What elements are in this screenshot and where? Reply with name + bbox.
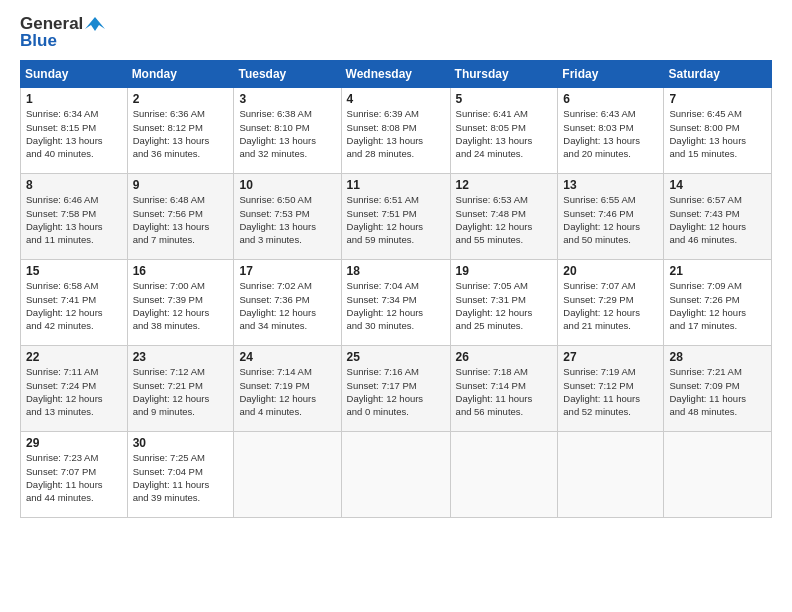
day-number: 25 — [347, 350, 445, 364]
calendar-cell: 19Sunrise: 7:05 AM Sunset: 7:31 PM Dayli… — [450, 260, 558, 346]
day-number: 10 — [239, 178, 335, 192]
day-number: 26 — [456, 350, 553, 364]
calendar-cell: 1Sunrise: 6:34 AM Sunset: 8:15 PM Daylig… — [21, 88, 128, 174]
day-number: 30 — [133, 436, 229, 450]
day-number: 19 — [456, 264, 553, 278]
calendar-cell: 2Sunrise: 6:36 AM Sunset: 8:12 PM Daylig… — [127, 88, 234, 174]
logo: General Blue — [20, 15, 105, 50]
day-info: Sunrise: 7:11 AM Sunset: 7:24 PM Dayligh… — [26, 365, 122, 418]
day-number: 14 — [669, 178, 766, 192]
weekday-header-wednesday: Wednesday — [341, 61, 450, 88]
day-info: Sunrise: 7:16 AM Sunset: 7:17 PM Dayligh… — [347, 365, 445, 418]
calendar-week-3: 15Sunrise: 6:58 AM Sunset: 7:41 PM Dayli… — [21, 260, 772, 346]
calendar-cell: 26Sunrise: 7:18 AM Sunset: 7:14 PM Dayli… — [450, 346, 558, 432]
calendar-cell: 25Sunrise: 7:16 AM Sunset: 7:17 PM Dayli… — [341, 346, 450, 432]
day-number: 11 — [347, 178, 445, 192]
day-info: Sunrise: 6:51 AM Sunset: 7:51 PM Dayligh… — [347, 193, 445, 246]
day-info: Sunrise: 7:19 AM Sunset: 7:12 PM Dayligh… — [563, 365, 658, 418]
day-info: Sunrise: 6:36 AM Sunset: 8:12 PM Dayligh… — [133, 107, 229, 160]
calendar-week-4: 22Sunrise: 7:11 AM Sunset: 7:24 PM Dayli… — [21, 346, 772, 432]
weekday-header-friday: Friday — [558, 61, 664, 88]
logo-bird-icon — [85, 15, 105, 33]
day-info: Sunrise: 6:39 AM Sunset: 8:08 PM Dayligh… — [347, 107, 445, 160]
calendar-cell: 17Sunrise: 7:02 AM Sunset: 7:36 PM Dayli… — [234, 260, 341, 346]
weekday-header-tuesday: Tuesday — [234, 61, 341, 88]
calendar-cell: 15Sunrise: 6:58 AM Sunset: 7:41 PM Dayli… — [21, 260, 128, 346]
day-info: Sunrise: 6:34 AM Sunset: 8:15 PM Dayligh… — [26, 107, 122, 160]
day-number: 22 — [26, 350, 122, 364]
calendar-cell: 4Sunrise: 6:39 AM Sunset: 8:08 PM Daylig… — [341, 88, 450, 174]
calendar-cell: 10Sunrise: 6:50 AM Sunset: 7:53 PM Dayli… — [234, 174, 341, 260]
calendar-cell: 3Sunrise: 6:38 AM Sunset: 8:10 PM Daylig… — [234, 88, 341, 174]
day-number: 2 — [133, 92, 229, 106]
day-number: 1 — [26, 92, 122, 106]
calendar-cell: 24Sunrise: 7:14 AM Sunset: 7:19 PM Dayli… — [234, 346, 341, 432]
weekday-header-monday: Monday — [127, 61, 234, 88]
calendar-cell: 30Sunrise: 7:25 AM Sunset: 7:04 PM Dayli… — [127, 432, 234, 518]
day-info: Sunrise: 6:43 AM Sunset: 8:03 PM Dayligh… — [563, 107, 658, 160]
day-info: Sunrise: 7:25 AM Sunset: 7:04 PM Dayligh… — [133, 451, 229, 504]
day-info: Sunrise: 7:09 AM Sunset: 7:26 PM Dayligh… — [669, 279, 766, 332]
weekday-header-sunday: Sunday — [21, 61, 128, 88]
day-number: 28 — [669, 350, 766, 364]
calendar-cell: 28Sunrise: 7:21 AM Sunset: 7:09 PM Dayli… — [664, 346, 772, 432]
day-info: Sunrise: 6:46 AM Sunset: 7:58 PM Dayligh… — [26, 193, 122, 246]
calendar-cell: 21Sunrise: 7:09 AM Sunset: 7:26 PM Dayli… — [664, 260, 772, 346]
day-info: Sunrise: 7:21 AM Sunset: 7:09 PM Dayligh… — [669, 365, 766, 418]
day-number: 20 — [563, 264, 658, 278]
day-info: Sunrise: 7:04 AM Sunset: 7:34 PM Dayligh… — [347, 279, 445, 332]
header: General Blue — [20, 15, 772, 50]
day-number: 8 — [26, 178, 122, 192]
calendar-cell: 12Sunrise: 6:53 AM Sunset: 7:48 PM Dayli… — [450, 174, 558, 260]
calendar-cell: 8Sunrise: 6:46 AM Sunset: 7:58 PM Daylig… — [21, 174, 128, 260]
weekday-header-thursday: Thursday — [450, 61, 558, 88]
calendar-cell: 9Sunrise: 6:48 AM Sunset: 7:56 PM Daylig… — [127, 174, 234, 260]
day-info: Sunrise: 6:45 AM Sunset: 8:00 PM Dayligh… — [669, 107, 766, 160]
day-info: Sunrise: 7:00 AM Sunset: 7:39 PM Dayligh… — [133, 279, 229, 332]
calendar-cell: 14Sunrise: 6:57 AM Sunset: 7:43 PM Dayli… — [664, 174, 772, 260]
calendar-cell: 27Sunrise: 7:19 AM Sunset: 7:12 PM Dayli… — [558, 346, 664, 432]
day-info: Sunrise: 7:23 AM Sunset: 7:07 PM Dayligh… — [26, 451, 122, 504]
day-number: 12 — [456, 178, 553, 192]
calendar-cell: 18Sunrise: 7:04 AM Sunset: 7:34 PM Dayli… — [341, 260, 450, 346]
calendar-cell — [234, 432, 341, 518]
day-number: 24 — [239, 350, 335, 364]
day-info: Sunrise: 7:14 AM Sunset: 7:19 PM Dayligh… — [239, 365, 335, 418]
day-number: 17 — [239, 264, 335, 278]
day-number: 9 — [133, 178, 229, 192]
weekday-header-saturday: Saturday — [664, 61, 772, 88]
day-number: 7 — [669, 92, 766, 106]
calendar-cell: 20Sunrise: 7:07 AM Sunset: 7:29 PM Dayli… — [558, 260, 664, 346]
calendar-header: SundayMondayTuesdayWednesdayThursdayFrid… — [21, 61, 772, 88]
day-number: 13 — [563, 178, 658, 192]
day-number: 27 — [563, 350, 658, 364]
calendar-body: 1Sunrise: 6:34 AM Sunset: 8:15 PM Daylig… — [21, 88, 772, 518]
calendar-week-1: 1Sunrise: 6:34 AM Sunset: 8:15 PM Daylig… — [21, 88, 772, 174]
day-info: Sunrise: 6:53 AM Sunset: 7:48 PM Dayligh… — [456, 193, 553, 246]
day-info: Sunrise: 6:38 AM Sunset: 8:10 PM Dayligh… — [239, 107, 335, 160]
day-number: 5 — [456, 92, 553, 106]
weekday-header-row: SundayMondayTuesdayWednesdayThursdayFrid… — [21, 61, 772, 88]
calendar-cell — [450, 432, 558, 518]
calendar-cell: 6Sunrise: 6:43 AM Sunset: 8:03 PM Daylig… — [558, 88, 664, 174]
day-number: 4 — [347, 92, 445, 106]
day-number: 21 — [669, 264, 766, 278]
day-number: 16 — [133, 264, 229, 278]
day-info: Sunrise: 7:07 AM Sunset: 7:29 PM Dayligh… — [563, 279, 658, 332]
day-info: Sunrise: 6:48 AM Sunset: 7:56 PM Dayligh… — [133, 193, 229, 246]
day-info: Sunrise: 7:18 AM Sunset: 7:14 PM Dayligh… — [456, 365, 553, 418]
day-info: Sunrise: 6:41 AM Sunset: 8:05 PM Dayligh… — [456, 107, 553, 160]
calendar-cell: 29Sunrise: 7:23 AM Sunset: 7:07 PM Dayli… — [21, 432, 128, 518]
day-info: Sunrise: 6:50 AM Sunset: 7:53 PM Dayligh… — [239, 193, 335, 246]
calendar-cell: 5Sunrise: 6:41 AM Sunset: 8:05 PM Daylig… — [450, 88, 558, 174]
day-number: 18 — [347, 264, 445, 278]
day-number: 3 — [239, 92, 335, 106]
calendar-week-5: 29Sunrise: 7:23 AM Sunset: 7:07 PM Dayli… — [21, 432, 772, 518]
day-number: 15 — [26, 264, 122, 278]
calendar-cell — [341, 432, 450, 518]
day-info: Sunrise: 6:55 AM Sunset: 7:46 PM Dayligh… — [563, 193, 658, 246]
day-info: Sunrise: 6:57 AM Sunset: 7:43 PM Dayligh… — [669, 193, 766, 246]
calendar-week-2: 8Sunrise: 6:46 AM Sunset: 7:58 PM Daylig… — [21, 174, 772, 260]
calendar-cell: 13Sunrise: 6:55 AM Sunset: 7:46 PM Dayli… — [558, 174, 664, 260]
calendar-cell: 16Sunrise: 7:00 AM Sunset: 7:39 PM Dayli… — [127, 260, 234, 346]
